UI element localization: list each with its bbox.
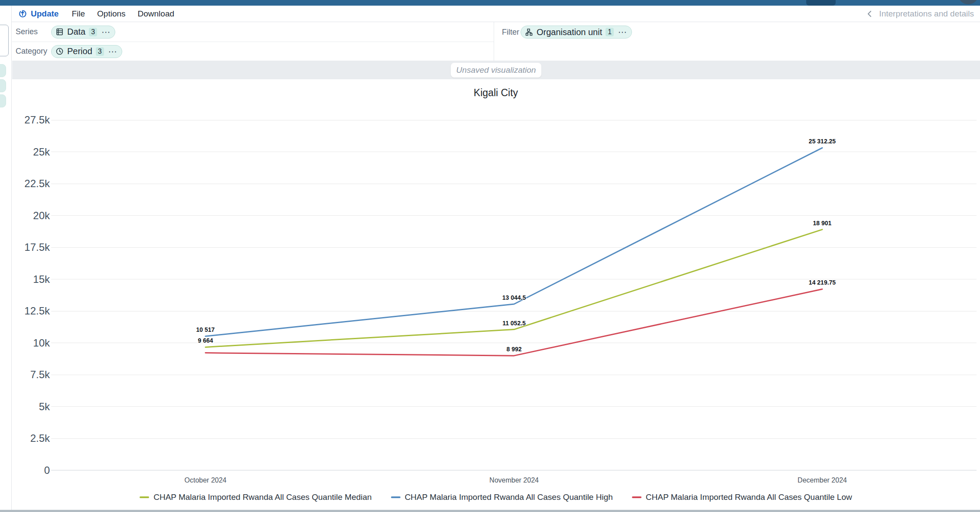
menu-options[interactable]: Options: [91, 9, 131, 19]
data-point-label: 18 901: [813, 220, 832, 227]
dimensions-panel-cropped: [0, 6, 12, 510]
menu-group: Update File Options Download: [12, 6, 180, 22]
visualization-title-bar: Unsaved visualization: [12, 61, 980, 79]
update-label: Update: [31, 9, 59, 19]
filter-label: Filter: [495, 28, 516, 37]
data-point-label: 11 052.5: [502, 320, 526, 327]
data-point-label: 25 312.25: [809, 138, 836, 145]
series-row: Series Data 3 ⋯: [12, 22, 494, 42]
data-point-label: 14 219.75: [809, 279, 836, 286]
data-point-label: 13 044.5: [502, 294, 526, 301]
avatar[interactable]: [958, 0, 979, 4]
period-chip-count: 3: [96, 47, 104, 56]
clock-icon: [55, 47, 64, 55]
menu-download[interactable]: Download: [132, 9, 181, 19]
data-dimension-chip[interactable]: Data 3 ⋯: [51, 26, 115, 39]
layout-series-category: Series Data 3 ⋯ Category: [12, 22, 494, 61]
data-visualizer-app: Update File Options Download Interpretat…: [0, 0, 980, 512]
data-point-label: 9 664: [198, 337, 213, 344]
menu-file[interactable]: File: [65, 9, 91, 19]
series-line[interactable]: [205, 148, 822, 336]
dimension-item-cropped[interactable]: [0, 64, 6, 77]
dimension-search-cropped[interactable]: [0, 25, 9, 56]
chevron-left-icon: [866, 10, 873, 18]
dimension-item-cropped[interactable]: [0, 94, 6, 107]
toolbar: Update File Options Download Interpretat…: [0, 6, 980, 22]
period-chip-label: Period: [67, 46, 92, 56]
interpretations-toggle[interactable]: Interpretations and details: [864, 6, 976, 22]
data-chip-label: Data: [67, 27, 85, 37]
category-row: Category Period 3 ⋯: [12, 42, 494, 61]
update-icon: [18, 9, 27, 19]
period-chip-menu-icon[interactable]: ⋯: [107, 49, 117, 54]
org-unit-tree-icon: [525, 28, 533, 36]
orgunit-chip-label: Organisation unit: [537, 27, 602, 37]
header-app-shape: [806, 0, 836, 6]
orgunit-dimension-chip[interactable]: Organisation unit 1 ⋯: [521, 26, 632, 39]
data-point-label: 8 992: [506, 346, 521, 353]
data-chip-count: 3: [89, 28, 97, 36]
update-button[interactable]: Update: [18, 9, 59, 19]
orgunit-chip-menu-icon[interactable]: ⋯: [617, 30, 627, 34]
orgunit-chip-count: 1: [606, 28, 614, 36]
series-label: Series: [12, 27, 39, 36]
layout-filter: Filter Organisation unit 1 ⋯: [495, 22, 980, 61]
data-chip-menu-icon[interactable]: ⋯: [101, 30, 111, 34]
app-header-bar: [0, 0, 980, 6]
series-line[interactable]: [205, 230, 822, 347]
interpretations-label: Interpretations and details: [879, 9, 974, 19]
data-point-label: 10 517: [196, 326, 215, 333]
bottom-divider-strip: [0, 510, 980, 512]
category-label: Category: [12, 47, 39, 56]
dimension-item-cropped[interactable]: [0, 79, 6, 92]
chart-area: Kigali City CHAP Malaria Imported Rwanda…: [12, 79, 980, 510]
period-dimension-chip[interactable]: Period 3 ⋯: [51, 45, 122, 58]
data-icon: [55, 28, 64, 36]
unsaved-visualization-pill: Unsaved visualization: [451, 63, 542, 78]
